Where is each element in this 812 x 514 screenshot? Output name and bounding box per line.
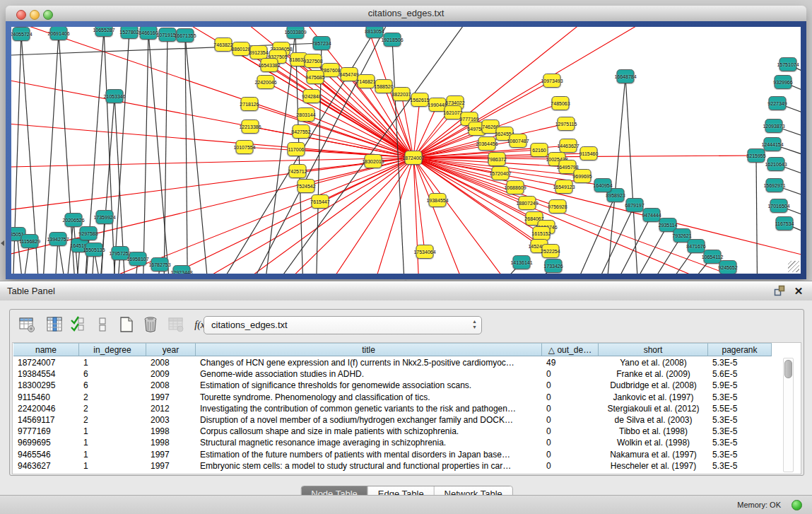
graph-edge[interactable] (185, 35, 188, 274)
graph-node[interactable]: 18807249 (519, 196, 536, 210)
table-row[interactable]: 977716911998Corpus callosum shape and si… (13, 426, 783, 437)
graph-node[interactable]: 10807487 (510, 134, 527, 148)
table-row[interactable]: 911546021997Tourette syndrome. Phenomeno… (13, 392, 783, 403)
graph-node[interactable]: 8471676 (688, 239, 705, 253)
graph-edge[interactable] (413, 27, 683, 158)
graph-node[interactable]: 10655287 (95, 27, 113, 37)
graph-node[interactable]: 9475685 (307, 70, 324, 84)
graph-node[interactable]: 9474444 (643, 208, 661, 222)
graph-edge[interactable] (413, 100, 420, 158)
graph-node[interactable]: 17534064 (416, 245, 434, 259)
graph-node[interactable]: 12213386 (242, 119, 259, 134)
graph-edge[interactable] (142, 33, 148, 274)
column-header-year[interactable]: year (146, 343, 196, 356)
graph-node[interactable]: 2803144 (298, 107, 315, 122)
graph-node[interactable]: 15505135 (86, 243, 103, 257)
graph-node[interactable]: 16033809 (287, 27, 305, 39)
graph-node[interactable]: 16543382 (261, 58, 278, 72)
close-panel-button[interactable]: ✕ (792, 285, 805, 298)
graph-node[interactable]: 15720407 (492, 166, 510, 180)
graph-node[interactable]: 7485063 (552, 96, 570, 110)
graph-node[interactable]: 10107554 (236, 140, 254, 154)
graph-node[interactable]: 10654112 (704, 250, 722, 264)
table-row[interactable]: 1938455462009Genome-wide association stu… (13, 368, 783, 380)
graph-node[interactable]: 9756928 (549, 199, 567, 214)
graph-node[interactable]: 7857234 (313, 36, 331, 50)
network-window[interactable]: citations_edges.txt 18724007882203715626… (6, 6, 806, 279)
table-row[interactable]: 1830029562008Estimation of significance … (13, 380, 783, 391)
graph-node[interactable]: 16210643 (767, 157, 785, 171)
graph-node[interactable]: 19218506 (384, 33, 401, 47)
graph-edge[interactable] (413, 158, 801, 260)
column-header-title[interactable]: title (196, 343, 542, 356)
table-row[interactable]: 946362711997Embryonic stem cells: a mode… (13, 460, 783, 472)
graph-node[interactable]: 18302013 (365, 154, 382, 168)
graph-node[interactable]: 7986372 (488, 152, 506, 166)
scrollbar-thumb[interactable] (784, 360, 792, 378)
graph-edge[interactable] (575, 205, 635, 274)
table-row[interactable]: 1456911722003Disruption of a novel membe… (13, 414, 783, 426)
graph-node[interactable]: 9242848 (303, 89, 321, 103)
graph-node[interactable]: 16549123 (555, 180, 573, 194)
column-header-pagerank[interactable]: pagerank (708, 343, 772, 356)
graph-node[interactable]: 1640954 (594, 178, 612, 192)
graph-node[interactable]: 8454749 (341, 67, 358, 81)
graph-edge[interactable] (11, 158, 413, 218)
clear-row-selection-button[interactable] (92, 315, 113, 336)
table-row[interactable]: 1872400712008Changes of HCN gene express… (13, 357, 783, 368)
import-table-button[interactable] (165, 315, 187, 336)
graph-node[interactable]: 7425712 (289, 164, 307, 178)
graph-edge[interactable] (358, 158, 413, 274)
graph-node[interactable]: 9327508 (305, 54, 322, 68)
column-header-name[interactable]: name (13, 343, 79, 356)
graph-node[interactable]: 20206526 (65, 213, 83, 227)
graph-node[interactable]: 9297588 (80, 226, 98, 240)
graph-edge[interactable] (103, 158, 413, 274)
graph-node[interactable]: 1733426 (545, 259, 563, 273)
graph-node[interactable]: 20364456 (478, 136, 496, 151)
graph-node[interactable]: 19384554 (429, 193, 447, 207)
graph-node[interactable]: 11156829 (21, 234, 39, 248)
graph-node[interactable]: 9115460 (580, 146, 598, 160)
graph-node[interactable]: 2522254 (542, 244, 560, 258)
graph-edge[interactable] (11, 69, 413, 158)
graph-node[interactable]: 16671355 (177, 28, 194, 42)
graph-node[interactable]: 8427552 (293, 124, 310, 139)
graph-edge[interactable] (756, 156, 758, 274)
graph-node[interactable]: 8860128 (233, 42, 250, 56)
graph-node[interactable]: 16958107 (129, 252, 147, 266)
graph-node[interactable]: 15751074 (779, 57, 797, 71)
graph-node[interactable]: 9245652 (719, 260, 737, 274)
graph-node[interactable]: 8215955 (748, 148, 765, 163)
graph-node[interactable]: 12923448 (173, 265, 191, 274)
graph-node[interactable]: 17016504 (770, 199, 788, 213)
table-settings-button[interactable] (17, 315, 38, 336)
graph-edge[interactable] (625, 76, 640, 274)
graph-node[interactable]: 9699695 (574, 169, 592, 183)
graph-node[interactable]: 1167534 (776, 216, 794, 230)
column-header-short[interactable]: short (599, 343, 708, 356)
graph-node[interactable]: 15692971 (766, 178, 784, 192)
graph-node[interactable]: 8822037 (393, 87, 411, 101)
graph-node[interactable]: 1588520 (375, 79, 393, 93)
network-canvas[interactable]: 1872400788220371562615199044867340221621… (11, 27, 801, 274)
resize-grip[interactable] (788, 261, 799, 272)
graph-node[interactable]: 14136141 (513, 255, 531, 269)
graph-node[interactable]: 20691406 (50, 27, 68, 40)
graph-edge[interactable] (312, 96, 413, 158)
select-all-rows-button[interactable] (68, 315, 89, 336)
graph-node[interactable]: 62160 (531, 143, 548, 157)
graph-node[interactable]: 22420046 (257, 75, 275, 89)
window-titlebar[interactable]: citations_edges.txt (6, 6, 806, 22)
graph-node[interactable]: 1527802 (121, 27, 139, 39)
graph-edge[interactable] (413, 158, 801, 274)
column-header-out-de-[interactable]: △ out_de… (542, 343, 599, 356)
delete-table-button[interactable] (140, 315, 161, 336)
graph-edge[interactable] (608, 225, 668, 274)
graph-node[interactable]: 10688609 (507, 180, 524, 194)
graph-node[interactable]: 1562615 (411, 93, 429, 107)
graph-edge[interactable] (604, 76, 625, 274)
table-selector[interactable]: citations_edges.txt ▲▼ (204, 316, 482, 334)
graph-node[interactable]: 18724007 (405, 151, 423, 165)
table-row[interactable]: 2242004622012Investigating the contribut… (13, 403, 783, 414)
